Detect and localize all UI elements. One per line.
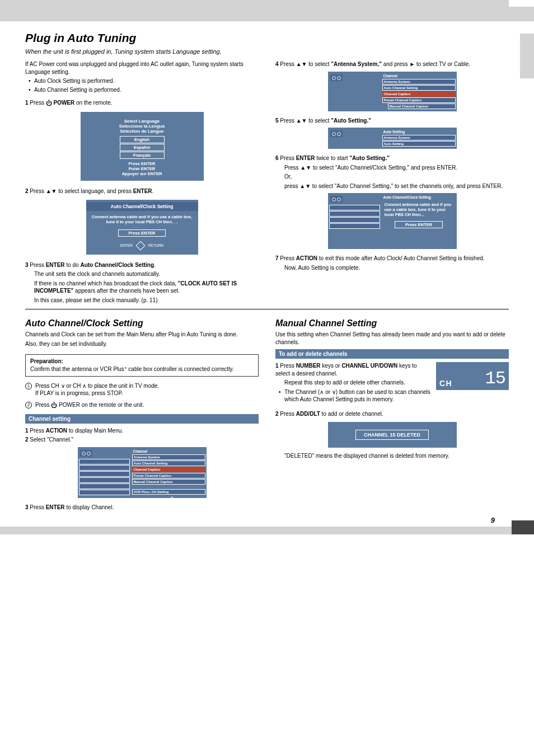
subtitle: When the unit is first plugged in, Tunin… (25, 48, 509, 55)
tape-icon (330, 74, 343, 81)
manual-step-2: 2 Press ADD/DLT to add or delete channel… (275, 410, 509, 418)
section-bar-adddelete: To add or delete channels (275, 349, 509, 359)
note-3: In this case, please set the clock manua… (25, 297, 259, 304)
step-5: 5 Press ▲▼ to select "Auto Setting." (275, 117, 509, 125)
osd-deleted: CHANNEL 15 DELETED (328, 422, 457, 448)
deleted-note: "DELETED" means the displayed channel is… (275, 452, 509, 460)
step-3: 3 Press ENTER to do Auto Channel/Clock S… (25, 261, 259, 269)
power-icon: ⏻ (46, 100, 52, 106)
manual-intro: Use this setting when Channel Setting ha… (275, 331, 509, 346)
step-6: 6 Press ENTER twice to start "Auto Setti… (275, 154, 509, 162)
section-title-auto: Auto Channel/Clock Setting (25, 318, 259, 328)
corner-tab (512, 520, 534, 534)
step-6b: Press ▲▼ to select "Auto Channel/Clock S… (275, 164, 509, 172)
step-7: 7 Press ACTION to exit this mode after A… (275, 255, 509, 262)
side-tab (520, 34, 534, 78)
page-title: Plug in Auto Tuning (25, 31, 509, 45)
preparation-box: Preparation: Confirm that the antenna or… (25, 354, 259, 377)
tape-icon (80, 450, 92, 457)
menu-channel-1: Channel Antenna System Auto Channel Sett… (328, 72, 457, 111)
channel-display: CH 15 (436, 362, 509, 390)
section-bar-channel: Channel setting (25, 414, 259, 424)
prep-step-2: 2 Press ⏻ POWER on the remote or the uni… (25, 401, 259, 409)
section-title-manual: Manual Channel Setting (275, 318, 509, 328)
step-6c: press ▲▼ to select "Auto Channel Setting… (275, 182, 509, 190)
tape-icon (330, 130, 343, 137)
osd-auto-clock: Auto Channel/Clock Setting Connect anten… (86, 200, 198, 255)
page-number: 9 (25, 513, 509, 525)
prep-step-1: 1 Press CH ∨ or CH ∧ to place the unit i… (25, 382, 259, 397)
note-2: If there is no channel which has broadca… (25, 280, 259, 295)
intro-note: If AC Power cord was unplugged and plugg… (25, 60, 259, 76)
step-7-note: Now, Auto Setting is complete. (275, 264, 509, 272)
menu-channel-2: Auto Setting Antenna System Auto Setting (328, 128, 457, 149)
step-2: 2 Press ▲▼ to select language, and press… (25, 187, 259, 195)
menu-channel-3: Auto Channel/Clock Setting Connect anten… (328, 193, 457, 249)
bullet-1: Auto Clock Setting is performed. (25, 77, 259, 85)
bullet-2: Auto Channel Setting is performed. (25, 86, 259, 94)
step-1: 1 Press ⏻ POWER on the remote. (25, 99, 259, 107)
lower-step-1: 1 Press ACTION to display Main Menu. (25, 427, 259, 435)
manual-bullet: The Channel (∧ or ∨) button can be used … (275, 388, 509, 403)
step-4: 4 Press ▲▼ to select "Antenna System," a… (275, 60, 509, 68)
lower-step-2: 2 Select "Channel." (25, 436, 259, 444)
lower-intro1: Channels and Clock can be set from the M… (25, 331, 259, 339)
osd-language: Select Language Seleccione la Lengua Sél… (81, 112, 204, 181)
tape-icon (330, 196, 343, 203)
or: Or, (275, 173, 509, 181)
lower-step-3: 3 Press ENTER to display Channel. (25, 504, 259, 511)
lower-intro2: Also, they can be set individually. (25, 340, 259, 348)
menu-main: Channel Antenna System Auto Channel Sett… (78, 447, 207, 498)
enter-nav-icon (135, 240, 146, 251)
power-icon: ⏻ (51, 402, 57, 408)
note-1: The unit sets the clock and channels aut… (25, 270, 259, 278)
